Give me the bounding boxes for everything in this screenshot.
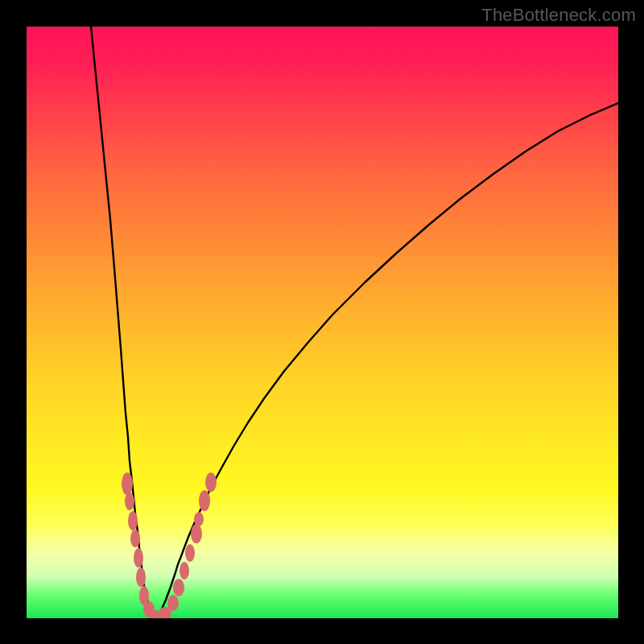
plot-area	[27, 27, 618, 618]
watermark-text: TheBottleneck.com	[481, 5, 636, 26]
bead-marker	[180, 562, 189, 580]
bead-marker	[185, 544, 195, 562]
bead-marker	[128, 511, 138, 530]
curve-left-branch	[91, 27, 154, 617]
bottleneck-curve	[91, 27, 618, 617]
highlight-beads	[122, 473, 217, 618]
bead-marker	[125, 493, 134, 510]
curve-right-branch	[157, 103, 618, 617]
chart-frame: TheBottleneck.com	[0, 0, 644, 644]
bead-marker	[130, 530, 140, 547]
bead-marker	[194, 512, 204, 526]
bead-marker	[199, 490, 210, 511]
bead-marker	[134, 548, 143, 568]
bead-marker	[173, 579, 184, 597]
curve-layer	[27, 27, 618, 618]
bead-marker	[167, 595, 179, 611]
bead-marker	[122, 473, 133, 495]
bead-marker	[205, 473, 217, 492]
bead-marker	[191, 524, 202, 543]
bead-marker	[136, 568, 146, 587]
